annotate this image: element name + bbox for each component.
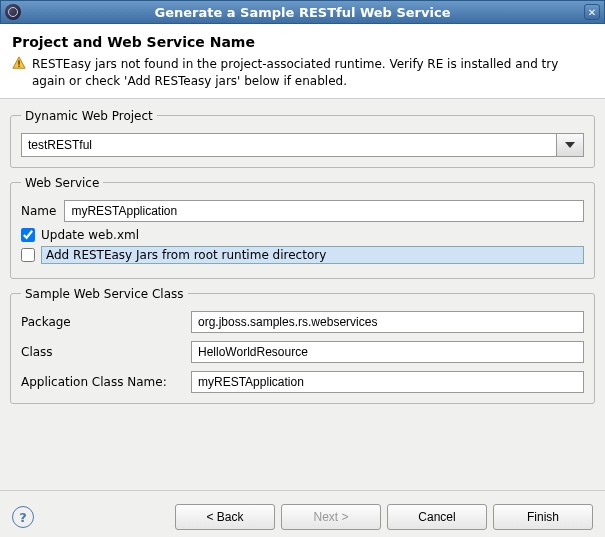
ws-name-input[interactable] — [64, 200, 584, 222]
project-fieldset: Dynamic Web Project — [10, 109, 595, 168]
svg-rect-1 — [18, 60, 19, 64]
add-resteasy-checkbox[interactable] — [21, 248, 35, 262]
page-title: Project and Web Service Name — [12, 34, 593, 50]
button-bar: ? < Back Next > Cancel Finish — [0, 490, 605, 537]
content-area: Dynamic Web Project Web Service Name Upd… — [0, 99, 605, 490]
class-input[interactable] — [191, 341, 584, 363]
project-dropdown-button[interactable] — [556, 133, 584, 157]
title-bar: Generate a Sample RESTful Web Service ✕ — [0, 0, 605, 24]
package-label: Package — [21, 315, 181, 329]
project-legend: Dynamic Web Project — [21, 109, 157, 123]
warning-text: RESTEasy jars not found in the project-a… — [32, 56, 593, 90]
ws-name-label: Name — [21, 204, 56, 218]
warning-icon — [12, 56, 26, 70]
next-button: Next > — [281, 504, 381, 530]
warning-message: RESTEasy jars not found in the project-a… — [12, 56, 593, 90]
close-icon[interactable]: ✕ — [584, 4, 600, 20]
project-combo[interactable] — [21, 133, 584, 157]
update-webxml-label: Update web.xml — [41, 228, 139, 242]
package-input[interactable] — [191, 311, 584, 333]
back-button[interactable]: < Back — [175, 504, 275, 530]
sample-legend: Sample Web Service Class — [21, 287, 188, 301]
project-input[interactable] — [21, 133, 556, 157]
wizard-header: Project and Web Service Name RESTEasy ja… — [0, 24, 605, 99]
sample-fieldset: Sample Web Service Class Package Class A… — [10, 287, 595, 404]
finish-button[interactable]: Finish — [493, 504, 593, 530]
chevron-down-icon — [565, 142, 575, 148]
appclass-input[interactable] — [191, 371, 584, 393]
cancel-button[interactable]: Cancel — [387, 504, 487, 530]
update-webxml-checkbox[interactable] — [21, 228, 35, 242]
help-icon[interactable]: ? — [12, 506, 34, 528]
add-resteasy-label: Add RESTEasy Jars from root runtime dire… — [41, 246, 584, 264]
svg-marker-3 — [565, 142, 575, 148]
svg-rect-2 — [18, 66, 19, 67]
webservice-legend: Web Service — [21, 176, 103, 190]
app-icon — [5, 4, 21, 20]
window-title: Generate a Sample RESTful Web Service — [155, 5, 451, 20]
class-label: Class — [21, 345, 181, 359]
appclass-label: Application Class Name: — [21, 375, 181, 389]
webservice-fieldset: Web Service Name Update web.xml Add REST… — [10, 176, 595, 279]
